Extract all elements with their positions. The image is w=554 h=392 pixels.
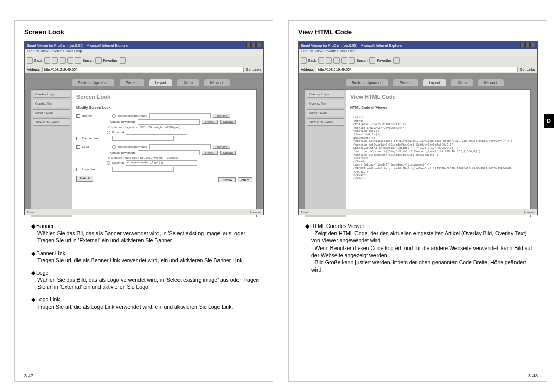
sidenav-overlay-text[interactable]: Overlay Text xyxy=(33,100,70,107)
toolbar-back-label-r: Back xyxy=(308,59,316,63)
status-internet: Internet xyxy=(250,211,261,214)
logolink-checkbox[interactable] xyxy=(76,168,80,171)
page-left: Screen Look Smart Viewer for ProCam [ver… xyxy=(14,20,273,382)
banner-existing-radio[interactable] xyxy=(112,114,116,118)
desc-term-1: Banner Link xyxy=(36,250,65,256)
default-button[interactable]: Default xyxy=(76,176,93,182)
page-number-right: 3-48 xyxy=(528,373,538,378)
logo-existing-radio[interactable] xyxy=(112,145,116,149)
logo-external-field[interactable]: ./images/new/ban_logo.jpg xyxy=(126,160,197,166)
desc-body-0: Wählen Sie das Bil, das als Banner verwe… xyxy=(37,230,262,244)
apply-button[interactable]: Apply xyxy=(238,177,252,182)
status-bar: Done Internet xyxy=(25,209,263,215)
select-existing-label: Select existing image xyxy=(118,114,147,117)
logo-existing-field[interactable] xyxy=(149,144,211,149)
tab-alarm-r[interactable]: Alarm xyxy=(451,79,473,86)
logolink-field[interactable] xyxy=(112,167,174,172)
screenshot-view-html: Smart Viewer for ProCam [ver.0.95] - Mic… xyxy=(298,41,538,215)
sidenav-overlay-image-r[interactable]: Overlay Image xyxy=(307,91,344,98)
logo-label: Logo xyxy=(82,145,110,148)
sidenav-view-html-r[interactable]: View HTML Code xyxy=(307,118,344,126)
tab-basic[interactable]: Basic configuration xyxy=(72,79,114,86)
refresh-icon-r[interactable] xyxy=(333,57,340,64)
stop-icon[interactable] xyxy=(52,57,58,64)
side-nav: Overlay Image Overlay Text Screen Look V… xyxy=(31,90,72,217)
banner-brows-button[interactable]: Brows.. xyxy=(202,120,218,124)
address-bar-r: Address Go Links xyxy=(299,65,537,73)
banner-label: Banner xyxy=(82,114,110,117)
favorites-icon[interactable] xyxy=(95,57,102,64)
sidenav-screen-look-r[interactable]: Screen Look xyxy=(307,109,344,116)
back-icon-r[interactable] xyxy=(301,57,307,64)
window-title-r: Smart Viewer for ProCam [ver.0.95] - Mic… xyxy=(301,44,403,47)
tab-network-r[interactable]: Network xyxy=(478,79,504,86)
search-icon-r[interactable] xyxy=(349,57,355,64)
logo-external-radio[interactable] xyxy=(107,161,110,165)
tab-alarm[interactable]: Alarm xyxy=(177,79,199,86)
description-list-right: ◆HTML Coe des Viewer - Zeigt den HTML Co… xyxy=(298,222,538,273)
banner-remove-button[interactable]: Remove xyxy=(213,114,230,118)
address-input-r[interactable] xyxy=(316,67,518,72)
logo-remove-button[interactable]: Remove xyxy=(213,145,230,149)
toolbar-r[interactable]: Back Search Favorites xyxy=(299,56,537,65)
refresh-icon[interactable] xyxy=(60,57,66,64)
menubar[interactable]: File Edit View Favorites Tools Help xyxy=(25,49,263,56)
tab-basic-r[interactable]: Basic configuration xyxy=(346,79,388,86)
external-label: External xyxy=(112,131,124,134)
media-icon-r[interactable] xyxy=(393,57,400,64)
logo-checkbox[interactable] xyxy=(76,145,80,149)
tab-layout-r[interactable]: Layout xyxy=(423,79,446,86)
tab-system-r[interactable]: System xyxy=(393,79,418,86)
sidenav-view-html[interactable]: View HTML Code xyxy=(33,118,70,126)
banner-upload-button[interactable]: Upload xyxy=(220,120,236,124)
sidenav-screen-look[interactable]: Screen Look xyxy=(33,109,70,116)
media-icon[interactable] xyxy=(120,57,126,64)
window-buttons-r[interactable] xyxy=(520,43,535,48)
logo-hint: (* suitable image size : 580 x 51, weigh… xyxy=(108,156,252,159)
tab-layout[interactable]: Layout xyxy=(149,79,172,86)
config-panel-r: Overlay Image Overlay Text Screen Look V… xyxy=(305,89,531,217)
forward-icon-r[interactable] xyxy=(318,57,324,64)
forward-icon[interactable] xyxy=(44,57,50,64)
html-code-box[interactable]: <html> <head> <title>SCC-C6475 Viewer</t… xyxy=(350,113,526,183)
search-icon[interactable] xyxy=(75,57,81,64)
back-icon[interactable] xyxy=(27,57,33,64)
panel-title-r: View HTML Code xyxy=(350,94,526,100)
preview-button[interactable]: Preview xyxy=(218,177,236,182)
sidenav-overlay-image[interactable]: Overlay Image xyxy=(33,91,70,98)
window-buttons[interactable] xyxy=(246,43,261,48)
home-icon[interactable] xyxy=(67,57,73,64)
favorites-icon-r[interactable] xyxy=(369,57,375,64)
desc-term-r: HTML Coe des Viewer xyxy=(310,223,364,229)
banner-existing-field[interactable] xyxy=(149,113,211,118)
tab-system[interactable]: System xyxy=(120,79,144,86)
stop-icon-r[interactable] xyxy=(326,57,332,64)
toolbar-search-label: Search xyxy=(83,59,94,63)
upload-new-label: Upload new image xyxy=(110,120,136,123)
desc-term-3: Logo Link xyxy=(36,296,60,302)
desc-body-1: Tragen Sie url, die als Benner Link verw… xyxy=(37,257,262,264)
banner-external-radio[interactable] xyxy=(107,131,110,134)
go-button-r[interactable]: Go xyxy=(520,68,524,71)
tab-network[interactable]: Network xyxy=(204,79,230,86)
banner-external-field[interactable] xyxy=(126,130,187,135)
banner-checkbox[interactable] xyxy=(76,114,80,118)
go-button[interactable]: Go xyxy=(246,68,250,71)
config-panel: Overlay Image Overlay Text Screen Look V… xyxy=(31,89,257,217)
window-titlebar-r: Smart Viewer for ProCam [ver.0.95] - Mic… xyxy=(299,42,537,49)
banner-upload-field[interactable] xyxy=(138,119,200,125)
menubar-r[interactable]: File Edit View Favorites Tools Help xyxy=(299,49,537,56)
logo-upload-button[interactable]: Upload xyxy=(220,151,236,155)
toolbar[interactable]: Back Search Favorites xyxy=(25,56,263,65)
address-input[interactable] xyxy=(42,67,244,72)
bannerlink-field[interactable] xyxy=(112,136,174,141)
sidenav-overlay-text-r[interactable]: Overlay Text xyxy=(307,100,344,107)
toolbar-search-label-r: Search xyxy=(357,59,368,63)
toolbar-fav-label-r: Favorites xyxy=(377,59,392,63)
address-label: Address xyxy=(27,68,40,71)
logo-brows-button[interactable]: Brows.. xyxy=(202,151,218,155)
window-title: Smart Viewer for ProCam [ver.0.95] - Mic… xyxy=(27,44,129,47)
logo-upload-field[interactable] xyxy=(138,150,200,155)
bannerlink-checkbox[interactable] xyxy=(76,137,80,140)
home-icon-r[interactable] xyxy=(341,57,347,64)
